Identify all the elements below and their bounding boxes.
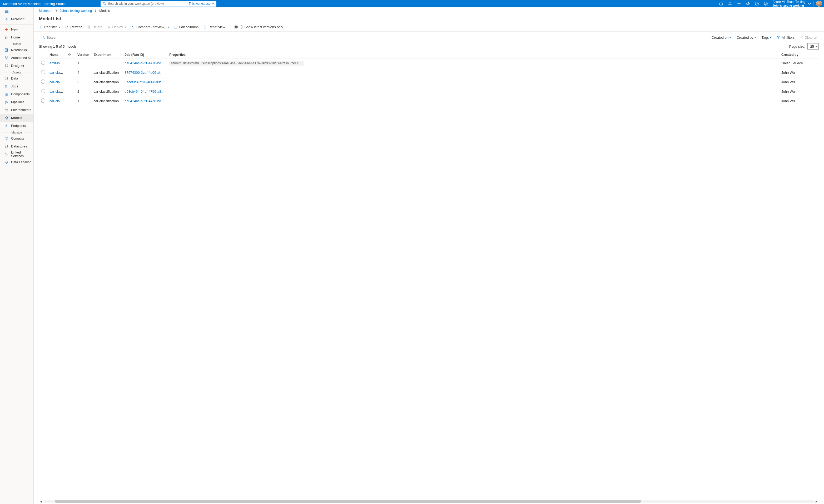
- row-star[interactable]: [66, 59, 75, 68]
- sidebar-components[interactable]: Components: [0, 90, 33, 98]
- table-row[interactable]: car-classi…2car-classificatione98cb464-9…: [39, 87, 819, 96]
- model-name-link[interactable]: car-classi…: [49, 71, 66, 75]
- gear-icon[interactable]: [735, 0, 743, 7]
- page-size-select[interactable]: 25▾: [807, 43, 819, 49]
- bell-icon[interactable]: [726, 0, 734, 7]
- job-link[interactable]: ba0414ac-d9f1-4478-bda8-4d7…: [124, 99, 167, 103]
- all-filters-button[interactable]: All filters: [775, 34, 796, 40]
- sidebar-pipelines[interactable]: Pipelines: [0, 98, 33, 106]
- scroll-right-icon[interactable]: ▶: [815, 500, 819, 503]
- col-created-by[interactable]: Created by: [779, 51, 819, 59]
- model-name-link[interactable]: car-classi…: [49, 99, 66, 103]
- list-search[interactable]: [39, 34, 102, 41]
- row-star[interactable]: [66, 68, 75, 77]
- chevron-down-icon: ▾: [125, 25, 126, 28]
- horizontal-scrollbar[interactable]: ◀ ▶: [34, 500, 824, 504]
- sidebar-notebooks[interactable]: Notebooks: [0, 46, 33, 54]
- tenant-info[interactable]: Azure ML Team Testing John's testing wor…: [770, 0, 807, 7]
- job-link[interactable]: 37974300-3cef-4e09-af1a-fced…: [124, 71, 167, 75]
- columns-icon: [174, 25, 178, 29]
- sidebar-models[interactable]: Models: [0, 114, 33, 122]
- sidebar-jobs[interactable]: Jobs: [0, 82, 33, 90]
- svg-line-1: [105, 4, 106, 5]
- toggle-switch[interactable]: [234, 25, 242, 29]
- row-created-by: John Wu: [779, 87, 819, 96]
- sidebar-data[interactable]: Data: [0, 75, 33, 82]
- table-row[interactable]: amiModel1ba0414ac-d9f1-4478-bda8-4d7…azu…: [39, 59, 819, 68]
- row-star[interactable]: [66, 96, 75, 106]
- filter-created-by[interactable]: Created by▾: [735, 34, 757, 40]
- megaphone-icon[interactable]: [744, 0, 752, 7]
- svg-rect-19: [5, 95, 6, 96]
- refresh-button[interactable]: Refresh: [63, 24, 85, 30]
- sidebar-automl[interactable]: Automated ML: [0, 54, 33, 62]
- reset-view-button[interactable]: Reset view: [201, 24, 227, 30]
- sidebar-compute[interactable]: Compute: [0, 134, 33, 142]
- back-icon: [4, 17, 8, 21]
- close-icon: [800, 36, 804, 39]
- search-scope[interactable]: This workspace: [189, 2, 214, 6]
- global-search-input[interactable]: [108, 2, 189, 6]
- row-select[interactable]: [39, 87, 47, 96]
- sidebar-designer[interactable]: Designer: [0, 62, 33, 70]
- sidebar-labeling[interactable]: Data Labeling: [0, 158, 33, 166]
- svg-point-7: [766, 3, 767, 4]
- job-link[interactable]: ba0414ac-d9f1-4478-bda8-4d7…: [124, 61, 167, 65]
- col-star[interactable]: ☆: [66, 51, 75, 59]
- row-select[interactable]: [39, 96, 47, 106]
- sidebar-datastores[interactable]: Datastores: [0, 142, 33, 150]
- row-select[interactable]: [39, 68, 47, 77]
- smiley-icon[interactable]: [762, 0, 770, 7]
- col-experiment[interactable]: Experiment: [91, 51, 122, 59]
- model-name-link[interactable]: amiModel: [49, 61, 64, 65]
- col-version[interactable]: Version: [75, 51, 91, 59]
- sidebar-linked[interactable]: Linked Services: [0, 150, 33, 158]
- filter-tags[interactable]: Tags▾: [760, 34, 772, 40]
- table-row[interactable]: car-classi…4car-classification37974300-3…: [39, 68, 819, 77]
- svg-rect-20: [7, 95, 8, 96]
- compare-button[interactable]: Compare (preview)▾: [129, 24, 171, 30]
- col-job[interactable]: Job (Run ID): [122, 51, 167, 59]
- tenant-chevron[interactable]: [807, 2, 812, 5]
- filter-row: Created on▾ Created by▾ Tags▾ All filter…: [34, 31, 824, 42]
- register-button[interactable]: Register▾: [37, 24, 63, 30]
- components-icon: [4, 92, 8, 96]
- more-icon[interactable]: ⋯: [305, 61, 311, 65]
- sidebar-endpoints[interactable]: Endpoints: [0, 122, 33, 130]
- sidebar-environments[interactable]: Environments: [0, 106, 33, 114]
- table-row[interactable]: car-classi…3car-classification5ecef3c4-b…: [39, 77, 819, 87]
- sidebar-new[interactable]: New: [0, 25, 33, 33]
- row-select[interactable]: [39, 59, 47, 68]
- edit-columns-button[interactable]: Edit columns: [172, 24, 201, 30]
- breadcrumb-1[interactable]: Microsoft: [39, 9, 53, 13]
- back-microsoft[interactable]: Microsoft: [0, 15, 33, 23]
- clear-all-button[interactable]: Clear all: [799, 34, 819, 40]
- show-latest-toggle[interactable]: Show latest versions only: [234, 25, 283, 29]
- help-icon[interactable]: [753, 0, 761, 7]
- hamburger-button[interactable]: [0, 7, 33, 15]
- clock-icon[interactable]: [717, 0, 725, 7]
- search-icon: [41, 35, 45, 39]
- avatar[interactable]: [816, 1, 822, 7]
- row-created-by: John Wu: [779, 68, 819, 77]
- col-properties[interactable]: Properties: [167, 51, 779, 59]
- col-name[interactable]: Name: [47, 51, 66, 59]
- breadcrumb-2[interactable]: John's testing working: [60, 9, 92, 13]
- row-select[interactable]: [39, 77, 47, 87]
- scroll-left-icon[interactable]: ◀: [39, 500, 43, 503]
- svg-rect-17: [5, 93, 6, 94]
- list-search-input[interactable]: [46, 35, 100, 39]
- sidebar-home[interactable]: Home: [0, 33, 33, 41]
- scroll-track[interactable]: [43, 500, 815, 503]
- datastores-icon: [4, 144, 8, 148]
- scroll-thumb[interactable]: [55, 500, 641, 503]
- model-name-link[interactable]: car-classi…: [49, 90, 66, 94]
- global-search[interactable]: This workspace: [101, 1, 216, 7]
- row-star[interactable]: [66, 77, 75, 87]
- row-star[interactable]: [66, 87, 75, 96]
- filter-created-on[interactable]: Created on▾: [710, 34, 732, 40]
- model-name-link[interactable]: car-classi…: [49, 80, 66, 84]
- job-link[interactable]: 5ecef3c4-bf78-486c-89cb-d78d…: [124, 80, 167, 84]
- job-link[interactable]: e98cb464-94af-4759-a842-838…: [124, 90, 167, 94]
- table-row[interactable]: car-classi…1car-classificationba0414ac-d…: [39, 96, 819, 106]
